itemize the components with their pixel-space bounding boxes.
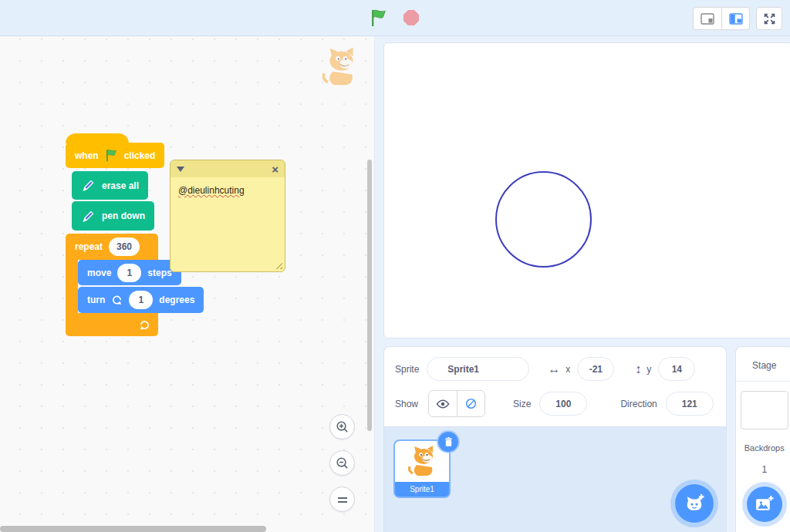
green-flag-button[interactable]: [369, 8, 389, 28]
repeat-count-input[interactable]: 360: [109, 237, 140, 256]
comment-collapse-icon[interactable]: [177, 167, 184, 172]
rotate-clockwise-icon: [111, 295, 123, 305]
large-stage-button[interactable]: [721, 8, 749, 29]
add-backdrop-icon: [755, 495, 774, 514]
block-repeat-footer[interactable]: [66, 313, 158, 336]
sprite-tile-sprite1[interactable]: Sprite1: [393, 439, 451, 498]
bottom-row: Sprite Sprite1 ↔ x -21 ↕ y 14 Show: [383, 346, 790, 532]
small-stage-icon: [701, 13, 714, 25]
size-label: Size: [513, 399, 531, 409]
eye-slash-icon: [464, 397, 478, 410]
hide-sprite-button[interactable]: [457, 391, 484, 416]
vertical-scrollbar[interactable]: [367, 160, 372, 431]
delete-sprite-button[interactable]: [438, 432, 458, 452]
stage-selector-panel[interactable]: Stage Backdrops 1: [735, 346, 790, 532]
sprite-watermark-cat-icon: [320, 47, 359, 90]
block-when-suffix: clicked: [124, 150, 156, 161]
y-position-icon: ↕: [635, 362, 641, 376]
visibility-toggle-group: [428, 390, 485, 417]
sprite-name-input[interactable]: Sprite1: [427, 357, 529, 381]
x-label: x: [565, 364, 570, 375]
sprite-info: Sprite Sprite1 ↔ x -21 ↕ y 14 Show: [384, 347, 726, 426]
block-move-label: move: [87, 268, 111, 278]
block-repeat[interactable]: repeat 360: [66, 234, 158, 260]
zoom-reset-button[interactable]: [329, 487, 355, 512]
green-flag-icon: [105, 149, 118, 162]
comment-header: ×: [170, 160, 285, 177]
show-sprite-button[interactable]: [429, 391, 457, 416]
add-sprite-button[interactable]: [675, 484, 714, 523]
horizontal-scrollbar[interactable]: [0, 526, 266, 532]
stage-size-controls: [693, 7, 782, 30]
stage-panel-title: Stage: [752, 360, 776, 371]
sprite-list: Sprite1: [384, 426, 726, 532]
block-erase-all[interactable]: erase all: [72, 171, 148, 200]
stage-and-sprite-area: Sprite Sprite1 ↔ x -21 ↕ y 14 Show: [375, 36, 790, 532]
block-erase-all-label: erase all: [102, 180, 139, 191]
backdrops-count: 1: [761, 464, 767, 475]
comment-text: @dieulinhcuting: [178, 185, 245, 196]
stage-size-toggle-group: [693, 7, 750, 30]
block-repeat-label: repeat: [75, 241, 103, 252]
sprite-info-row-1: Sprite Sprite1 ↔ x -21 ↕ y 14: [395, 357, 714, 381]
backdrops-label: Backdrops: [744, 443, 785, 453]
pen-icon: [81, 209, 96, 224]
topbar: [0, 0, 790, 36]
x-position-input[interactable]: -21: [577, 357, 614, 381]
block-repeat-arm[interactable]: [66, 260, 78, 313]
comment-close-icon[interactable]: ×: [272, 163, 279, 175]
loop-arrow-icon: [139, 320, 150, 330]
block-turn-suffix: degrees: [159, 295, 194, 305]
turn-degrees-input[interactable]: 1: [129, 291, 153, 309]
direction-input[interactable]: 121: [666, 392, 714, 416]
fullscreen-icon: [763, 12, 776, 25]
stop-icon: [403, 10, 419, 25]
sprite-thumbnail-cat: [407, 445, 437, 480]
zoom-out-button[interactable]: [329, 450, 355, 476]
pen-icon: [81, 178, 96, 193]
comment-body[interactable]: @dieulinhcuting: [170, 177, 285, 204]
stage: [383, 42, 790, 338]
script-comment[interactable]: × @dieulinhcuting: [170, 160, 285, 272]
code-workspace[interactable]: when clicked erase all: [0, 36, 375, 532]
pen-drawn-circle: [495, 171, 592, 268]
block-when-flag-clicked[interactable]: when clicked: [66, 143, 164, 168]
sprite-info-row-2: Show: [395, 390, 714, 417]
fullscreen-button[interactable]: [756, 7, 782, 30]
zoom-out-icon: [335, 456, 349, 470]
eye-icon: [436, 399, 450, 409]
block-turn-degrees[interactable]: turn 1 degrees: [78, 287, 204, 313]
block-pen-down-label: pen down: [102, 210, 145, 221]
stop-button[interactable]: [401, 8, 421, 28]
block-turn-label: turn: [87, 295, 105, 305]
small-stage-button[interactable]: [694, 8, 721, 29]
large-stage-icon: [729, 13, 743, 25]
block-when-prefix: when: [75, 150, 99, 161]
zoom-reset-icon: [336, 495, 349, 504]
size-input[interactable]: 100: [539, 392, 587, 416]
direction-label: Direction: [620, 399, 657, 409]
show-label: Show: [395, 399, 418, 409]
main-area: when clicked erase all: [0, 36, 790, 532]
zoom-in-icon: [335, 419, 349, 434]
y-label: y: [647, 364, 651, 375]
scratch-editor: when clicked erase all: [0, 0, 790, 532]
green-flag-icon: [370, 8, 387, 27]
zoom-in-button[interactable]: [329, 414, 355, 439]
x-position-icon: ↔: [548, 362, 560, 376]
backdrop-thumbnail[interactable]: [741, 391, 788, 429]
block-pen-down[interactable]: pen down: [72, 201, 154, 231]
sprite-tile-name: Sprite1: [395, 482, 449, 497]
add-sprite-cat-icon: [684, 493, 704, 513]
sprite-label: Sprite: [395, 364, 419, 375]
block-move-steps[interactable]: move 1 steps: [78, 260, 181, 285]
block-move-suffix: steps: [147, 268, 171, 278]
move-steps-input[interactable]: 1: [117, 264, 141, 282]
y-position-input[interactable]: 14: [658, 357, 695, 381]
trash-icon: [444, 436, 454, 447]
sprite-panel: Sprite Sprite1 ↔ x -21 ↕ y 14 Show: [383, 346, 727, 532]
divider: [736, 381, 790, 382]
add-backdrop-button[interactable]: [747, 487, 782, 522]
comment-resize-handle[interactable]: [275, 262, 282, 269]
